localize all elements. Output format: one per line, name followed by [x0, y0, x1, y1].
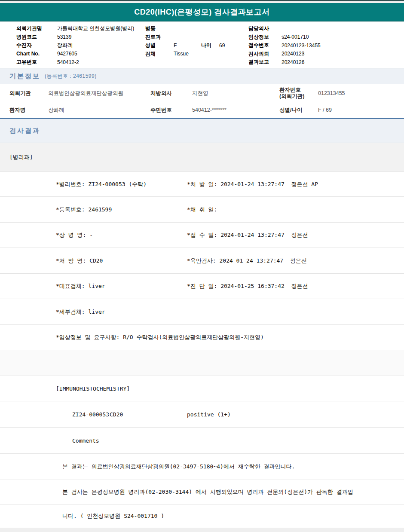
field-result-reported-date: 결과보고 20240126	[248, 58, 321, 67]
patient-no-label-line2: (의뢰기관)	[279, 93, 304, 99]
result-left: *대표검체: liver	[56, 282, 105, 290]
patient-header-middle-column: 병동 진료과 성별 F 나이 69 검체 Tissue	[145, 24, 247, 58]
field-requesting-org: 의뢰기관명 가톨릭대학교 인천성모병원(병리)	[16, 24, 134, 33]
basic-info-registration-note: (등록번호 : 2461599)	[45, 73, 97, 80]
field-patient-name: 수진자 장화례	[16, 41, 134, 50]
field-department: 진료과	[145, 33, 247, 42]
patient-header-right-column: 담당의사 임상정보 s24-001710 접수번호 20240123-13455…	[248, 24, 321, 67]
sex-age-value: F / 69	[318, 107, 332, 113]
result-left: *상 병 명: -	[56, 231, 93, 239]
field-unique-no: 고유번호 540412-2	[16, 58, 134, 67]
comments-label-row: Comments	[0, 428, 404, 454]
field-label: 임상정보	[248, 34, 282, 41]
comment-line-2-row: 본 검사는 은평성모병원 병리과(02-2030-3144) 에서 시행되었으며…	[0, 480, 404, 504]
resident-no-value: 540412-*******	[192, 107, 226, 113]
field-label: 접수번호	[248, 42, 282, 49]
ihc-section-row: [IMMUNOHISTOCHEMISTRY]	[0, 376, 404, 401]
referring-org-label: 의뢰기관	[9, 89, 31, 97]
sex-age-label: 성별/나이	[279, 107, 302, 114]
patient-name-value: 장화례	[48, 107, 64, 114]
field-label: 담당의사	[248, 25, 282, 32]
ihc-section-label: [IMMUNOHISTOCHEMISTRY]	[56, 385, 130, 392]
field-clinical-info: 임상정보 s24-001710	[248, 33, 321, 42]
result-row-registration-no: *등록번호: 2461599 *채 취 일:	[0, 197, 404, 223]
patient-no-label: 환자번호(의뢰기관)	[279, 87, 304, 100]
result-row-sub-specimen: *세부검체: liver	[0, 299, 404, 325]
basic-info-title: 기본정보	[9, 72, 40, 80]
result-row-order-name: *처 방 명: CD20 *육안검사: 2024-01-24 13:27:47 …	[0, 248, 404, 274]
field-value: 장화례	[57, 42, 73, 49]
ihc-result-row: ZI24-000053 CD20 positive (1+)	[0, 401, 404, 428]
department-label: [병리과]	[9, 153, 33, 161]
report-title-bar: CD20(IHC)(은평성모) 검사결과보고서	[0, 3, 404, 21]
field-label: Chart No.	[16, 51, 57, 57]
field-label: 결과보고	[248, 58, 282, 66]
ihc-result-value: positive (1+)	[187, 411, 231, 418]
ihc-test-name: CD20	[110, 411, 123, 418]
result-left: *임상정보 및 요구사항: R/O 수탁검사(의료법인삼광의료재단삼광의원-지현…	[56, 333, 264, 341]
field-label: 성별	[145, 42, 174, 49]
field-hospital-code: 병원코드 53139	[16, 33, 134, 42]
patient-no-label-line1: 환자번호	[279, 87, 301, 93]
field-label: 병동	[145, 25, 174, 32]
patient-name-label: 환자명	[9, 107, 26, 114]
field-value: 53139	[57, 34, 71, 40]
field-label: 의뢰기관명	[16, 25, 57, 32]
field-value: 20240126	[282, 59, 304, 65]
comment-line: 본 검사는 은평성모병원 병리과(02-2030-3144) 에서 시행되었으며…	[62, 488, 353, 496]
field-value: 20240123-13455	[282, 43, 321, 49]
result-row-main-specimen: *대표검체: liver *진 단 일: 2024-01-25 16:37:42…	[0, 274, 404, 299]
field-label: 진료과	[145, 34, 174, 41]
comment-line: 니다. ( 인천성모병원 S24-001710 )	[62, 512, 164, 520]
field-value: 가톨릭대학교 인천성모병원(병리)	[57, 25, 134, 32]
field-ward: 병동	[145, 24, 247, 33]
comment-line-3-row: 니다. ( 인천성모병원 S24-001710 )	[0, 504, 404, 528]
referring-org-value: 의료법인삼광의료재단삼광의원	[48, 89, 123, 97]
patient-no-value: 012313455	[318, 90, 345, 96]
result-left: *병리번호: ZI24-000053 (수탁)	[56, 180, 147, 188]
field-label: 검사의뢰	[248, 50, 282, 58]
result-left: *세부검체: liver	[56, 308, 105, 316]
comment-line: 본 결과는 의료법인삼광의료재단삼광의원(02-3497-5180~4)에서 재…	[62, 463, 295, 471]
field-attending-doctor: 담당의사	[248, 24, 321, 33]
resident-no-label: 주민번호	[150, 107, 172, 114]
result-right: *진 단 일: 2024-01-25 16:37:42 정은선	[187, 282, 308, 290]
result-row-empty	[0, 350, 404, 376]
field-label: 수진자	[16, 42, 57, 49]
footer-gray-band	[0, 528, 404, 532]
field-value: Tissue	[174, 51, 201, 57]
field-test-requested-date: 검사의뢰 20240123	[248, 50, 321, 58]
patient-header: 의뢰기관명 가톨릭대학교 인천성모병원(병리) 병원코드 53139 수진자 장…	[0, 21, 404, 68]
field-sex-age: 성별 F 나이 69	[145, 41, 247, 50]
comment-line-1-row: 본 결과는 의료법인삼광의료재단삼광의원(02-3497-5180~4)에서 재…	[0, 454, 404, 480]
field-label: 고유번호	[16, 58, 57, 66]
report-title: CD20(IHC)(은평성모) 검사결과보고서	[134, 7, 270, 17]
department-band: [병리과]	[0, 143, 404, 172]
comments-label: Comments	[72, 437, 99, 444]
field-chart-no: Chart No. 9427605	[16, 50, 134, 58]
field-value: 9427605	[57, 51, 77, 57]
field-label: 검체	[145, 50, 174, 58]
ihc-pathology-no: ZI24-000053	[72, 411, 109, 418]
result-right: *채 취 일:	[187, 206, 217, 214]
field-value: 540412-2	[57, 59, 79, 65]
report-page: CD20(IHC)(은평성모) 검사결과보고서 의뢰기관명 가톨릭대학교 인천성…	[0, 0, 404, 532]
result-left: *처 방 명: CD20	[56, 257, 103, 265]
result-right: *처 방 일: 2024-01-24 13:27:47 정은선 AP	[187, 180, 318, 188]
result-row-pathology-no: *병리번호: ZI24-000053 (수탁) *처 방 일: 2024-01-…	[0, 172, 404, 197]
result-right: *육안검사: 2024-01-24 13:27:47 정은선	[187, 257, 307, 265]
field-value-age: 69	[219, 43, 247, 49]
test-result-title: 검사결과	[9, 127, 40, 135]
field-specimen: 검체 Tissue	[145, 50, 247, 58]
patient-header-left-column: 의뢰기관명 가톨릭대학교 인천성모병원(병리) 병원코드 53139 수진자 장…	[16, 24, 134, 67]
basic-info-row-1: 의뢰기관 의료법인삼광의료재단삼광의원 처방의사 지현영 환자번호(의뢰기관) …	[0, 84, 404, 102]
field-value: F	[174, 43, 201, 49]
field-value: 20240123	[282, 51, 304, 57]
result-right: *접 수 일: 2024-01-24 13:27:47 정은선	[187, 231, 308, 239]
prescribing-doctor-value: 지현영	[192, 89, 208, 97]
result-row-clinical-request: *임상정보 및 요구사항: R/O 수탁검사(의료법인삼광의료재단삼광의원-지현…	[0, 325, 404, 350]
result-left: *등록번호: 2461599	[56, 206, 112, 214]
field-receipt-no: 접수번호 20240123-13455	[248, 41, 321, 50]
basic-info-row-2: 환자명 장화례 주민번호 540412-******* 성별/나이 F / 69	[0, 102, 404, 118]
basic-info-section-header: 기본정보 (등록번호 : 2461599)	[0, 68, 404, 84]
